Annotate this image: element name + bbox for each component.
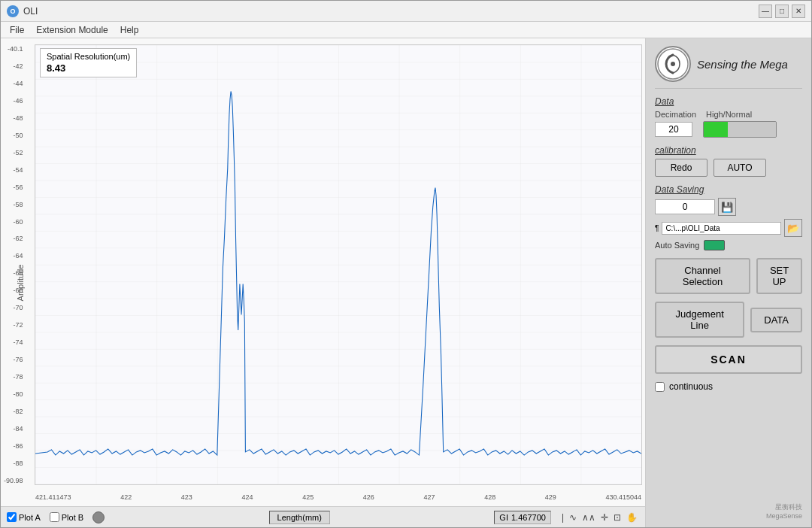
- file-prefix-icon: ¶: [655, 224, 659, 232]
- saving-number-input[interactable]: [655, 199, 715, 214]
- x-axis-labels: 421.411473 422 423 424 425 426 427 428 4…: [35, 493, 641, 501]
- main-content: Amplitude -40.1-42-44-46 -48-50-52-54 -5…: [1, 38, 811, 527]
- brand-english: MegaSense: [655, 512, 802, 520]
- title-bar: O OLI — □ ✕: [1, 1, 811, 22]
- toolbar-icon-hand[interactable]: ✋: [625, 511, 639, 523]
- auto-saving-row: Auto Saving: [655, 240, 802, 250]
- brand-logo: [655, 46, 691, 82]
- toggle-normal1[interactable]: [728, 122, 740, 137]
- data-section: Data Decimation High/Normal: [655, 96, 802, 138]
- calibration-section: calibration Redo AUTO: [655, 145, 802, 177]
- save-icon-button[interactable]: 💾: [718, 198, 736, 216]
- right-panel: Sensing the Mega Data Decimation High/No…: [646, 38, 811, 527]
- plot-a-label: Plot A: [19, 513, 41, 522]
- spatial-resolution-label: Spatial Resolution(um): [47, 52, 130, 61]
- spatial-resolution-value: 8.43: [47, 62, 130, 74]
- spatial-resolution-box: Spatial Resolution(um) 8.43: [40, 48, 137, 77]
- chart-bottom-bar: Plot A Plot B Length(mm) GI 1.467700 | ∿: [1, 506, 645, 527]
- svg-point-2: [671, 62, 675, 66]
- window-title: OLI: [23, 6, 38, 17]
- continuous-checkbox[interactable]: [655, 382, 665, 392]
- decimation-row: Decimation High/Normal: [655, 110, 802, 119]
- calibration-buttons: Redo AUTO: [655, 159, 802, 177]
- setup-button[interactable]: SET UP: [756, 258, 802, 294]
- gi-value: 1.467700: [511, 513, 546, 522]
- data-saving-label: Data Saving: [655, 184, 802, 195]
- brand-chinese: 星衡科技: [655, 502, 802, 512]
- close-button[interactable]: ✕: [792, 5, 805, 18]
- gi-label: GI: [499, 513, 508, 522]
- file-path-display: C:\...p\OLI_Data: [662, 222, 781, 235]
- x-label-0: 421.411473: [35, 493, 71, 501]
- x-label-8: 429: [545, 493, 556, 501]
- chart-plot: -40.1-42-44-46 -48-50-52-54 -56-58-60-62…: [35, 44, 642, 485]
- continuous-row: continuous: [655, 381, 802, 392]
- toggle-high[interactable]: [704, 122, 716, 137]
- data-saving-section: Data Saving 💾 ¶ C:\...p\OLI_Data 📂 Auto …: [655, 184, 802, 250]
- channel-selection-button[interactable]: Channel Selection: [655, 258, 750, 294]
- main-window: O OLI — □ ✕ File Extension Module Help A…: [0, 0, 812, 528]
- decimation-input[interactable]: [655, 122, 692, 137]
- window-controls: — □ ✕: [759, 5, 805, 18]
- minimize-button[interactable]: —: [759, 5, 772, 18]
- toggle-normal2[interactable]: [740, 122, 752, 137]
- menu-extension[interactable]: Extension Module: [30, 23, 114, 37]
- judgement-data-row: Judgement Line DATA: [655, 302, 802, 338]
- decimation-label: Decimation: [655, 110, 700, 119]
- save-icon: 💾: [721, 202, 733, 213]
- toolbar-icon-line[interactable]: |: [560, 511, 565, 523]
- x-label-4: 425: [302, 493, 314, 501]
- x-label-6: 427: [423, 493, 435, 501]
- toolbar-icons: | ∿ ∧∧ ✛ ⊡ ✋: [560, 511, 639, 523]
- folder-icon-button[interactable]: 📂: [784, 219, 802, 237]
- length-display: Length(mm): [269, 511, 330, 524]
- chart-area: Amplitude -40.1-42-44-46 -48-50-52-54 -5…: [1, 38, 646, 527]
- high-normal-toggle[interactable]: [703, 121, 777, 138]
- auto-saving-label: Auto Saving: [655, 241, 699, 250]
- toggle-normal3[interactable]: [752, 122, 764, 137]
- plot-b-label: Plot B: [62, 513, 83, 522]
- plot-b-checkbox-label[interactable]: Plot B: [50, 512, 83, 522]
- x-label-3: 424: [242, 493, 253, 501]
- toolbar-icon-plus[interactable]: ✛: [599, 511, 610, 523]
- brand-area: Sensing the Mega: [655, 46, 802, 89]
- maximize-button[interactable]: □: [775, 5, 789, 18]
- redo-button[interactable]: Redo: [655, 159, 707, 177]
- gi-display: GI 1.467700: [494, 511, 551, 524]
- x-label-9: 430.415044: [605, 493, 641, 501]
- toolbar-icon-wave1[interactable]: ∿: [568, 511, 578, 523]
- scan-button[interactable]: SCAN: [655, 345, 802, 374]
- bottom-brand: 星衡科技 MegaSense: [655, 502, 802, 520]
- plot-circle-indicator: [92, 511, 105, 523]
- judgement-line-button[interactable]: Judgement Line: [655, 302, 744, 338]
- chart-svg: [35, 45, 641, 484]
- menu-file[interactable]: File: [4, 23, 30, 37]
- app-icon: O: [7, 5, 19, 17]
- auto-saving-indicator: [704, 240, 725, 250]
- toolbar-icon-wave2[interactable]: ∧∧: [580, 511, 597, 523]
- saving-number-row: 💾: [655, 198, 802, 216]
- x-label-2: 423: [181, 493, 192, 501]
- folder-icon: 📂: [787, 223, 799, 234]
- channel-setup-row: Channel Selection SET UP: [655, 258, 802, 294]
- continuous-label: continuous: [669, 381, 713, 392]
- x-label-1: 422: [120, 493, 132, 501]
- plot-b-checkbox[interactable]: [50, 512, 59, 522]
- calibration-label: calibration: [655, 145, 802, 156]
- brand-name: Sensing the Mega: [697, 58, 788, 71]
- data-section-label: Data: [655, 96, 802, 107]
- x-label-7: 428: [484, 493, 495, 501]
- y-axis-labels: -40.1-42-44-46 -48-50-52-54 -56-58-60-62…: [4, 45, 23, 484]
- file-path-row: ¶ C:\...p\OLI_Data 📂: [655, 219, 802, 237]
- decimation-controls: [655, 121, 802, 138]
- auto-button[interactable]: AUTO: [714, 159, 766, 177]
- toggle-mid[interactable]: [716, 122, 728, 137]
- status-bar-center: Length(mm): [114, 511, 485, 524]
- menu-help[interactable]: Help: [114, 23, 145, 37]
- toolbar-icon-zoom[interactable]: ⊡: [612, 511, 623, 523]
- plot-a-checkbox[interactable]: [7, 512, 17, 522]
- toggle-normal4[interactable]: [764, 122, 776, 137]
- data-button[interactable]: DATA: [750, 308, 802, 332]
- plot-a-checkbox-label[interactable]: Plot A: [7, 512, 41, 522]
- menu-bar: File Extension Module Help: [1, 22, 811, 38]
